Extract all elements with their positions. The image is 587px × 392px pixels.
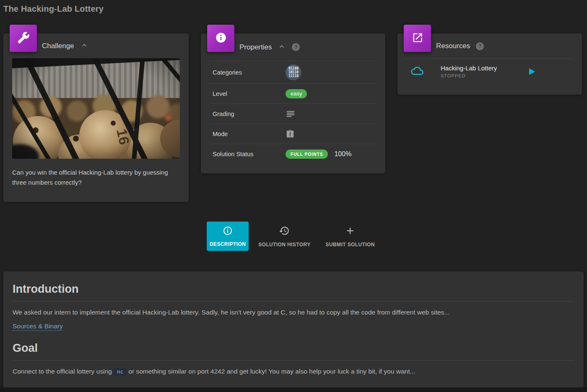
solution-status-label: Solution Status <box>213 151 286 157</box>
challenge-card-icon <box>10 25 37 52</box>
page: The Hacking-Lab Lottery Challenge <box>0 0 587 387</box>
goal-text: Connect to the official lottery usingnco… <box>13 368 574 375</box>
goal-rule <box>13 360 574 361</box>
resource-item[interactable]: Hacking-Lab Lottery STOPPED <box>397 59 582 78</box>
challenge-card: Challenge <box>3 34 189 202</box>
tab-solution-history[interactable]: SOLUTION HISTORY <box>253 222 316 251</box>
tab-submit-solution[interactable]: SUBMIT SOLUTION <box>320 222 380 251</box>
resources-card-title: Resources <box>436 42 470 50</box>
challenge-photo: 16 <box>12 58 180 159</box>
resources-help-icon[interactable]: ? <box>476 42 484 50</box>
cloud-icon <box>411 66 423 77</box>
goal-heading: Goal <box>13 342 574 355</box>
info-outline-icon <box>223 226 233 237</box>
properties-collapse-button[interactable] <box>278 42 286 52</box>
history-clock-icon <box>279 225 290 238</box>
property-row-solution-status: Solution Status FULL POINTS 100% <box>209 144 377 164</box>
challenge-collapse-button[interactable] <box>80 41 88 51</box>
introduction-heading: Introduction <box>13 283 574 296</box>
properties-help-icon[interactable]: ? <box>292 43 300 51</box>
property-row-grading: Grading <box>209 103 377 124</box>
solution-status-percent: 100% <box>334 150 351 158</box>
resource-item-text: Hacking-Lab Lottery STOPPED <box>441 64 497 78</box>
grading-lines-icon <box>286 109 296 119</box>
open-in-new-icon <box>412 32 423 45</box>
properties-card-title: Properties <box>239 43 272 52</box>
sources-binary-link[interactable]: Sources & Binary <box>13 322 63 331</box>
properties-card: Properties ? Categories 01100 10110 1111… <box>201 34 385 173</box>
goal-text-after: or something similar on port 4242 and ge… <box>128 368 415 375</box>
categories-label: Categories <box>213 69 286 76</box>
properties-card-icon <box>207 25 234 52</box>
tab-bar: DESCRIPTION SOLUTION HISTORY SUBMIT SOLU… <box>3 222 584 251</box>
plus-icon <box>345 225 356 238</box>
goal-text-before: Connect to the official lottery using <box>13 368 112 375</box>
challenge-description: Can you win the official Hacking-Lab lot… <box>12 168 171 188</box>
property-row-level: Level easy <box>209 83 377 103</box>
lottery-balls-photo: 16 <box>12 58 180 159</box>
property-row-categories: Categories 01100 10110 11110 <box>209 61 377 83</box>
resource-item-status: STOPPED <box>441 73 497 78</box>
nc-code-chip: nc <box>114 368 127 376</box>
tab-submit-solution-label: SUBMIT SOLUTION <box>326 242 375 248</box>
cards-row: Challenge <box>3 34 584 202</box>
description-panel: Introduction We asked our intern to impl… <box>3 271 584 387</box>
tab-description-label: DESCRIPTION <box>210 241 246 247</box>
grading-label: Grading <box>213 111 286 117</box>
binary-category-icon[interactable]: 01100 10110 11110 <box>286 64 301 80</box>
level-badge: easy <box>286 89 307 98</box>
resource-item-name: Hacking-Lab Lottery <box>441 64 497 72</box>
wrench-icon <box>17 31 30 46</box>
mode-label: Mode <box>213 131 286 137</box>
resources-card-icon <box>404 25 431 52</box>
tab-solution-history-label: SOLUTION HISTORY <box>258 242 310 248</box>
resources-card: Resources ? Hacking-Lab Lottery STOPPED <box>397 34 582 95</box>
info-icon <box>215 32 227 45</box>
chevron-up-icon <box>278 42 286 52</box>
assignment-alert-icon <box>286 129 295 139</box>
introduction-rule <box>13 301 574 302</box>
level-label: Level <box>213 90 286 97</box>
chevron-up-icon <box>80 41 88 51</box>
solution-status-badge: FULL POINTS <box>286 150 328 159</box>
introduction-text: We asked our intern to implement the off… <box>13 309 574 316</box>
start-resource-button[interactable] <box>529 68 535 75</box>
page-title: The Hacking-Lab Lottery <box>3 4 584 14</box>
tab-description[interactable]: DESCRIPTION <box>207 222 249 251</box>
property-row-mode: Mode <box>209 124 377 144</box>
challenge-card-title: Challenge <box>42 42 74 50</box>
